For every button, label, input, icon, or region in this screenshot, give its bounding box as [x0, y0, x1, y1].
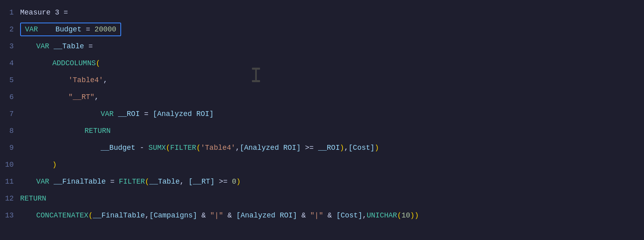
line-number-13: 13: [0, 211, 20, 219]
highlight-box: VAR Budget = 20000: [20, 23, 121, 36]
line-number-5: 5: [0, 76, 20, 84]
line-content-11: VAR __FinalTable = FILTER(__Table, [__RT…: [20, 178, 241, 186]
line-number-10: 10: [0, 161, 20, 169]
line-number-9: 9: [0, 144, 20, 152]
code-line-13: 13 CONCATENATEX(__FinalTable,[Campaigns]…: [0, 207, 644, 224]
line-content-12: RETURN: [20, 194, 46, 203]
code-line-7: 7 VAR __ROI = [Analyzed ROI]: [0, 106, 644, 122]
line-content-8: RETURN: [20, 127, 111, 135]
code-line-10: 10 ): [0, 156, 644, 173]
line-content-13: CONCATENATEX(__FinalTable,[Campaigns] & …: [20, 211, 419, 219]
line-content-7: VAR __ROI = [Analyzed ROI]: [20, 110, 214, 118]
line-number-11: 11: [0, 178, 20, 186]
code-line-1: 1Measure 3 =: [0, 4, 644, 21]
line-content-5: 'Table4',: [20, 76, 107, 84]
line-content-3: VAR __Table =: [20, 42, 97, 50]
line-number-3: 3: [0, 42, 20, 50]
code-line-8: 8 RETURN: [0, 122, 644, 139]
code-line-3: 3 VAR __Table =: [0, 38, 644, 55]
code-line-4: 4 ADDCOLUMNS(: [0, 55, 644, 72]
line-number-2: 2: [0, 25, 20, 33]
code-line-6: 6 "__RT",: [0, 89, 644, 106]
code-line-12: 12RETURN: [0, 190, 644, 207]
line-content-6: "__RT",: [20, 93, 99, 101]
line-number-8: 8: [0, 127, 20, 135]
line-number-7: 7: [0, 110, 20, 118]
code-line-2: 2VAR Budget = 20000VAR Budget = 20000: [0, 21, 644, 38]
code-line-11: 11 VAR __FinalTable = FILTER(__Table, [_…: [0, 173, 644, 190]
line-number-1: 1: [0, 8, 20, 17]
line-content-9: __Budget - SUMX(FILTER('Table4',[Analyze…: [20, 144, 379, 152]
line-number-6: 6: [0, 93, 20, 101]
line-content-10: ): [20, 161, 57, 169]
code-line-5: 5 'Table4',: [0, 72, 644, 89]
code-line-9: 9 __Budget - SUMX(FILTER('Table4',[Analy…: [0, 139, 644, 156]
line-number-12: 12: [0, 194, 20, 203]
line-content-1: Measure 3 =: [20, 8, 72, 17]
line-content-4: ADDCOLUMNS(: [20, 59, 100, 67]
code-editor: 1Measure 3 = 2VAR Budget = 20000VAR Budg…: [0, 0, 644, 240]
line-number-4: 4: [0, 59, 20, 67]
